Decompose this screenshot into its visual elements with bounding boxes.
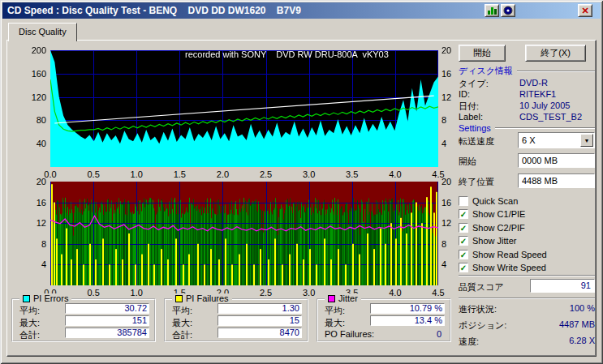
top-y-right-tick-label: 4 (441, 139, 459, 148)
checkbox-show-c2-pif[interactable]: ✓ (459, 223, 468, 233)
disc-icon (503, 6, 513, 15)
quality-score-value: 91 (581, 280, 591, 290)
bottom-y-left-tick-label: 12 (21, 218, 46, 228)
disc-label-label: Label: (459, 112, 483, 122)
checkbox-row-show-c2-pif[interactable]: ✓Show C2/PIF (459, 221, 525, 233)
stat-row-label: 最大: (19, 317, 40, 329)
bottom-y-right-tick-label: 20 (441, 177, 459, 186)
disc-info-header: ディスク情報 (459, 65, 595, 77)
graph-button[interactable] (485, 4, 499, 17)
stat-box-legend: PI Errors (19, 293, 71, 303)
bottom-y-right-tick-label: 16 (441, 198, 459, 208)
divider-line (517, 71, 595, 72)
checkbox-row-quick-scan[interactable]: Quick Scan (459, 195, 518, 207)
checkbox-row-show-jitter[interactable]: ✓Show Jitter (459, 235, 516, 247)
stat-row-label: 平均: (172, 305, 192, 317)
pi-failures-color-chip (175, 295, 183, 302)
close-button[interactable]: ✕ (578, 4, 592, 17)
checkbox-show-read-speed[interactable]: ✓ (459, 250, 468, 259)
separator (459, 298, 595, 299)
top-x-tick-label: 0.5 (83, 169, 104, 179)
stat-row-value-field: 13.4 % (370, 315, 445, 326)
separator (459, 275, 595, 276)
checkbox-quick-scan[interactable] (459, 196, 468, 206)
stat-box-legend: Jitter (325, 293, 361, 303)
checkbox-label: Show Jitter (472, 236, 516, 246)
chevron-down-icon: ▼ (584, 138, 590, 143)
stat-row-label: 平均: (19, 305, 40, 317)
disc-type-label: タイプ: (459, 78, 489, 90)
stat-box-legend: PI Failures (172, 293, 232, 303)
stat-row-value: 0 (437, 329, 441, 339)
quality-test-bottom-chart (50, 182, 438, 285)
disc-label-value: CDS_TEST_B2 (519, 112, 582, 122)
disc-date-label: 日付: (459, 101, 479, 113)
stat-row-value-field: 1.30 (218, 303, 302, 314)
tab-disc-quality[interactable]: Disc Quality (8, 23, 77, 41)
bottom-x-tick-label: 2.5 (256, 288, 277, 298)
stat-row-label: PO Failures: (325, 329, 374, 339)
checkbox-label: Show C2/PIF (472, 223, 525, 233)
close-icon: ✕ (581, 6, 588, 15)
recorded-with-label: recorded with SONY DVD RW DRU-800A vKY03 (185, 49, 389, 59)
stat-box-title: PI Failures (186, 293, 229, 303)
end-position-label: 終了位置 (459, 176, 494, 188)
top-y-right-tick-label: 8 (441, 115, 459, 125)
jitter-color-chip (328, 295, 335, 302)
stat-box-pi-errors: PI Errors平均:30.72最大:151合計:385784 (11, 298, 156, 342)
top-y-left-tick-label: 80 (21, 115, 46, 125)
quality-score-field: 91 (530, 279, 595, 293)
disc-type-value: DVD-R (519, 78, 548, 88)
checkbox-show-c1-pie[interactable]: ✓ (459, 209, 468, 219)
position-value: 4487 MB (519, 319, 595, 329)
stat-row-value-field: 30.72 (65, 303, 149, 314)
bottom-y-right-tick-label: 8 (441, 239, 459, 249)
stat-row-value-field: 151 (65, 315, 149, 326)
bottom-x-tick-label: 4.5 (428, 288, 449, 298)
checkbox-show-jitter[interactable]: ✓ (459, 236, 468, 246)
top-y-right-tick-label: 16 (441, 69, 459, 79)
top-y-right-tick-label: 20 (441, 45, 459, 55)
top-y-left-tick-label: 160 (21, 69, 46, 79)
top-y-left-tick-label: 40 (21, 139, 46, 148)
top-x-tick-label: 3.5 (342, 169, 363, 179)
checkbox-show-write-speed[interactable]: ✓ (459, 263, 468, 272)
disc-info-header-label: ディスク情報 (459, 65, 513, 77)
stat-box-title: PI Errors (33, 293, 68, 303)
start-position-input[interactable] (518, 153, 595, 168)
combo-arrow-button[interactable]: ▼ (580, 134, 593, 147)
top-x-tick-label: 3.0 (299, 169, 320, 179)
exit-button[interactable]: 終了(X) (525, 45, 586, 62)
checkbox-label: Show Read Speed (472, 250, 547, 259)
app-window: CD Speed : Disc Quality Test - BENQ DVD … (0, 0, 603, 364)
pi-errors-color-chip (23, 295, 30, 302)
stat-row-value-field: 385784 (65, 328, 149, 338)
bottom-y-left-tick-label: 4 (21, 259, 46, 269)
stat-row-value-field: 10.79 % (370, 303, 445, 314)
progress-value: 100 % (519, 303, 595, 313)
transfer-speed-label: 転送速度 (459, 135, 494, 148)
checkbox-label: Show C1/PIE (472, 209, 525, 219)
stat-row-label: 合計: (172, 329, 192, 341)
speed-label: 速度: (459, 336, 479, 348)
end-position-input[interactable] (518, 173, 595, 188)
stat-box-title: Jitter (338, 293, 358, 303)
speed-combobox[interactable]: 6 X ▼ (518, 132, 595, 148)
top-x-tick-label: 2.0 (212, 169, 233, 179)
checkbox-row-show-c1-pie[interactable]: ✓Show C1/PIE (459, 208, 525, 221)
bottom-x-tick-label: 1.0 (126, 288, 147, 298)
bottom-y-right-tick-label: 12 (441, 218, 459, 228)
top-y-left-tick-label: 120 (21, 92, 46, 102)
tab-label: Disc Quality (19, 27, 67, 36)
disc-date-value: 10 July 2005 (519, 101, 570, 110)
checkbox-row-show-write-speed[interactable]: ✓Show Write Speed (459, 262, 546, 274)
checkbox-row-show-read-speed[interactable]: ✓Show Read Speed (459, 248, 547, 260)
start-button[interactable]: 開始 (459, 45, 506, 62)
window-title: CD Speed : Disc Quality Test - BENQ DVD … (7, 5, 301, 16)
stat-box-pi-failures: PI Failures平均:1.30最大:15合計:8470 (164, 298, 308, 342)
bottom-y-right-tick-label: 4 (441, 259, 459, 269)
stat-row-value-field: 8470 (218, 328, 302, 338)
stat-row-label: 合計: (19, 329, 40, 341)
disc-button[interactable] (501, 4, 515, 17)
bar-chart-icon (487, 6, 497, 15)
